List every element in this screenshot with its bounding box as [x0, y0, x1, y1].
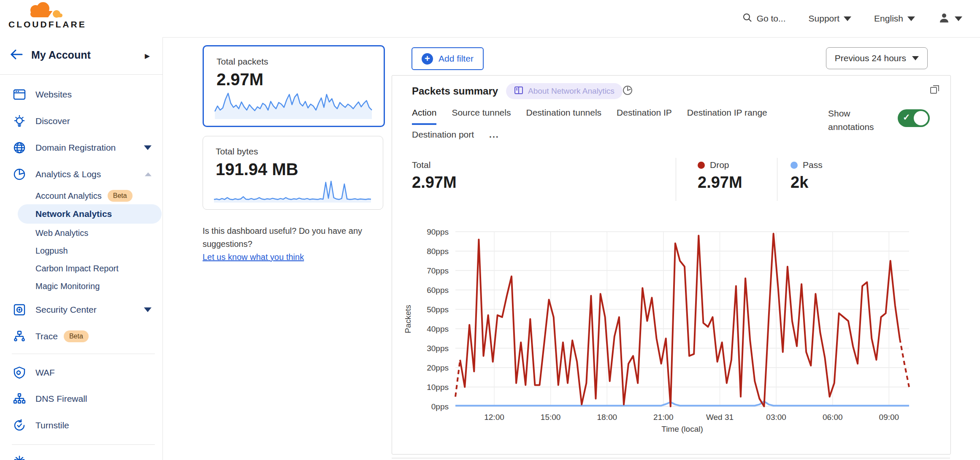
- sidebar-divider: [12, 354, 155, 354]
- sidebar-item-magic-monitoring[interactable]: Magic Monitoring: [0, 278, 162, 295]
- svg-text:12:00: 12:00: [484, 413, 504, 422]
- account-menu[interactable]: [938, 11, 962, 26]
- packets-sparkline: [213, 89, 374, 120]
- svg-text:09:00: 09:00: [879, 413, 899, 422]
- packets-chart: 0pps10pps20pps30pps40pps50pps60pps70pps8…: [401, 224, 937, 435]
- svg-text:20pps: 20pps: [427, 363, 449, 372]
- burst-icon: [12, 455, 27, 460]
- sidebar-item-label: Websites: [35, 89, 72, 100]
- tab-destination-ip[interactable]: Destination IP: [617, 108, 672, 125]
- tab-destination-tunnels[interactable]: Destination tunnels: [526, 108, 601, 125]
- about-network-analytics-badge[interactable]: About Network Analytics: [506, 83, 623, 99]
- metric-value: 2.97M: [217, 70, 263, 89]
- time-range-dropdown[interactable]: Previous 24 hours: [826, 47, 928, 69]
- svg-text:03:00: 03:00: [766, 413, 786, 422]
- safe-icon: [12, 303, 27, 316]
- sidebar-item-label: Carbon Impact Report: [35, 264, 119, 273]
- sidebar-item-logpush[interactable]: Logpush: [0, 242, 162, 259]
- cloudflare-logo[interactable]: CLOUDFLARE: [8, 2, 79, 30]
- back-arrow-icon[interactable]: [9, 48, 24, 62]
- summary-tabs-row1: Action Source tunnels Destination tunnel…: [412, 108, 767, 125]
- svg-text:Wed 31: Wed 31: [706, 413, 734, 422]
- refresh-check-icon: [12, 419, 27, 432]
- metric-label: Total packets: [217, 57, 268, 67]
- svg-text:0pps: 0pps: [431, 402, 449, 411]
- svg-text:60pps: 60pps: [427, 286, 449, 295]
- summary-tabs-row2: Destination port ...: [412, 130, 499, 145]
- chevron-down-icon: [907, 16, 915, 21]
- account-title: My Account: [31, 49, 91, 61]
- top-bar: CLOUDFLARE Go to... Support English: [0, 0, 980, 38]
- sidebar-item-websites[interactable]: Websites: [0, 83, 162, 106]
- sidebar-item-turnstile[interactable]: Turnstile: [0, 414, 162, 437]
- total-bytes-card[interactable]: Total bytes 191.94 MB: [203, 136, 383, 210]
- sidebar-item-web-analytics[interactable]: Web Analytics: [0, 225, 162, 241]
- total-packets-card[interactable]: Total packets 2.97M: [203, 45, 385, 127]
- sidebar-item-discover[interactable]: Discover: [0, 109, 162, 133]
- svg-text:Packets: Packets: [403, 305, 412, 333]
- sidebar-item-partial[interactable]: [0, 452, 162, 460]
- language-label: English: [874, 14, 903, 24]
- svg-text:80pps: 80pps: [427, 247, 449, 256]
- shield-gear-icon: [12, 366, 27, 379]
- globe-icon: [12, 141, 27, 154]
- svg-text:30pps: 30pps: [427, 344, 449, 353]
- language-menu[interactable]: English: [874, 14, 915, 24]
- chevron-down-icon: [144, 308, 152, 312]
- account-header: My Account ▸: [0, 37, 162, 75]
- feedback-link[interactable]: Let us know what you think: [203, 252, 304, 262]
- tab-destination-ip-range[interactable]: Destination IP range: [687, 108, 767, 125]
- metric-label: Total bytes: [216, 146, 258, 157]
- sidebar-item-waf[interactable]: WAF: [0, 361, 162, 384]
- svg-text:90pps: 90pps: [427, 227, 449, 236]
- sidebar-item-label: Turnstile: [35, 420, 69, 430]
- chevron-right-icon[interactable]: ▸: [145, 50, 150, 62]
- sidebar-item-security-center[interactable]: Security Center: [0, 298, 162, 322]
- svg-text:21:00: 21:00: [653, 413, 674, 422]
- svg-text:10pps: 10pps: [427, 383, 449, 392]
- chevron-down-icon: [912, 56, 919, 60]
- support-label: Support: [809, 14, 840, 24]
- packets-summary-card: Packets summary About Network Analytics …: [392, 75, 951, 455]
- tab-action[interactable]: Action: [412, 108, 436, 125]
- chevron-down-icon: [144, 146, 152, 150]
- expand-panel-icon[interactable]: [929, 84, 940, 97]
- trace-tree-icon: [12, 330, 27, 343]
- sidebar-item-analytics-logs[interactable]: Analytics & Logs: [0, 162, 162, 186]
- goto-search[interactable]: Go to...: [742, 13, 786, 25]
- svg-text:15:00: 15:00: [541, 413, 561, 422]
- show-annotations-toggle[interactable]: ✓: [898, 109, 930, 127]
- sidebar-item-label: DNS Firewall: [35, 394, 87, 404]
- sidebar-item-label: Web Analytics: [35, 228, 88, 238]
- pass-dot-icon: [790, 162, 798, 169]
- add-filter-button[interactable]: + Add filter: [411, 47, 484, 70]
- show-annotations-label: Show annotations: [828, 107, 883, 134]
- cloudflare-dashboard: CLOUDFLARE Go to... Support English: [0, 0, 980, 460]
- sidebar-item-network-analytics[interactable]: Network Analytics: [18, 204, 162, 224]
- bytes-sparkline: [212, 176, 373, 203]
- stat-divider: [676, 158, 676, 201]
- sidebar: My Account ▸ Websites Discover: [0, 37, 163, 460]
- stat-drop-value: 2.97M: [698, 173, 742, 192]
- sidebar-item-dns-firewall[interactable]: DNS Firewall: [0, 387, 162, 411]
- about-badge-label: About Network Analytics: [528, 87, 615, 96]
- tab-source-tunnels[interactable]: Source tunnels: [452, 108, 511, 125]
- sidebar-divider: [12, 444, 155, 445]
- support-menu[interactable]: Support: [809, 14, 852, 24]
- sidebar-item-account-analytics[interactable]: Account AnalyticsBeta: [0, 187, 162, 204]
- sidebar-item-trace[interactable]: TraceBeta: [0, 325, 162, 348]
- top-nav: Go to... Support English: [742, 0, 962, 37]
- panel-title: Packets summary: [412, 85, 498, 97]
- sidebar-item-domain-registration[interactable]: Domain Registration: [0, 136, 162, 160]
- chevron-down-icon: [844, 16, 851, 21]
- goto-label: Go to...: [757, 14, 786, 24]
- sidebar-item-label: Security Center: [35, 305, 97, 315]
- feedback-line2: suggestions?: [203, 238, 388, 251]
- feedback-block: Is this dashboard useful? Do you have an…: [203, 225, 388, 264]
- more-tabs-button[interactable]: ...: [489, 130, 499, 145]
- sidebar-item-label: Account AnalyticsBeta: [35, 190, 133, 202]
- plus-icon: +: [422, 53, 433, 65]
- svg-text:Time (local): Time (local): [661, 425, 703, 433]
- tab-destination-port[interactable]: Destination port: [412, 130, 474, 145]
- sidebar-item-carbon-impact-report[interactable]: Carbon Impact Report: [0, 260, 162, 277]
